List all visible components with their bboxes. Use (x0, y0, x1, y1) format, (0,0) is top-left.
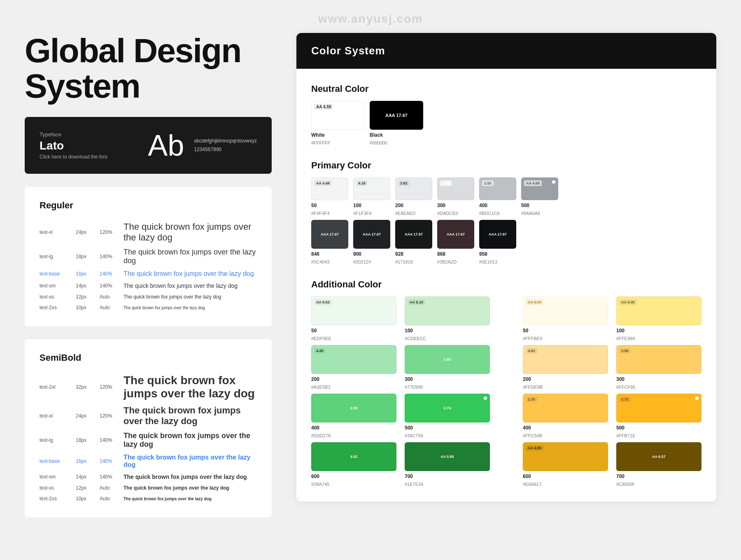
typo-row-sm: text-sm 14px 140% The quick brown fox ju… (40, 280, 257, 292)
typeface-label: Typeface (40, 131, 107, 138)
primary-300: 3.48 300 #DADCE0 (437, 177, 474, 216)
additional-color-title: Additional Color (311, 279, 701, 290)
regular-section: Reguler text-xl 24px 120% The quick brow… (25, 187, 272, 326)
typo-sb-2xl: text-2xl 32px 120% The quick brown fox j… (40, 371, 257, 403)
yellow-200: 4.63 200 #FFDE9B (523, 345, 608, 390)
regular-title: Reguler (40, 200, 257, 211)
yellow-column-2: AA 5.45 100 #FFE989 3.96 300 #FFCF66 (616, 296, 701, 487)
semibold-title: SemiBold (40, 352, 257, 363)
primary-928: AAA 17.67 928 #171818 (395, 220, 432, 264)
neutral-color-row: AA 4.59 White #FFFFFF AAA 17.67 Black #0… (311, 101, 701, 145)
yellow-600: AA 4.80 600 #E6A817 (523, 442, 608, 487)
yellow-50: AA 6.04 50 #FFFBE9 (523, 296, 608, 341)
color-content: Neutral Color AA 4.59 White #FFFFFF AAA … (296, 69, 716, 502)
typo-sb-xs: text-xs 12px Auto The quick brown fox ju… (40, 483, 257, 493)
typo-sb-sm: text-sm 14px 140% The quick brown fox ju… (40, 471, 257, 483)
primary-50: AA 4.49 50 #F4F4F4 (311, 177, 348, 216)
typeface-card: Typeface Lato Click here to download the… (25, 117, 272, 174)
left-panel: Global DesignSystem Typeface Lato Click … (25, 33, 272, 517)
primary-868: AAA 17.67 868 #3B2A2D (437, 220, 474, 264)
primary-400: 2.53 400 #BDC1C6 (479, 177, 516, 216)
additional-color-grid: AA 5.53 50 #EDF9EE 4.45 200 #A2E5B3 (311, 296, 701, 487)
semibold-section: SemiBold text-2xl 32px 120% The quick br… (25, 339, 272, 517)
typeface-ab: Ab (148, 128, 184, 162)
primary-100: 4.18 100 #F1F3F4 (353, 177, 390, 216)
neutral-color-title: Neutral Color (311, 84, 701, 94)
typo-row-lg: text-lg 18px 140% The quick brown fox ju… (40, 245, 257, 268)
main-title: Global DesignSystem (25, 33, 272, 104)
color-system-header: Color System (296, 33, 716, 69)
yellow-500: 3.75 500 #FFB71E (616, 394, 701, 438)
white-swatch-box: AA 4.59 (311, 101, 365, 130)
swatch-black: AAA 17.67 Black #000000 (370, 101, 423, 145)
green-700: AA 5.85 700 #1E7E34 (405, 442, 490, 487)
primary-958: AAA 17.67 958 #0E1013 (479, 220, 516, 264)
primary-846: AAA 17.67 846 #3C4043 (311, 220, 348, 264)
typo-row-base: text-base 16px 140% The quick brown fox … (40, 268, 257, 280)
typo-sb-2xs: text-2xs 10px Auto The quick brown fox j… (40, 493, 257, 504)
yellow-300: 3.96 300 #FFCF66 (616, 345, 701, 390)
green-400: 2.09 400 #5DD27A (311, 394, 396, 438)
yellow-700: AA 6.57 700 #C8930F (616, 442, 701, 487)
green-50: AA 5.53 50 #EDF9EE (311, 296, 396, 341)
green-100: AA 5.10 100 #CDEECC (405, 296, 490, 341)
typo-row-xs: text-xs 12px Auto The quick brown fox ju… (40, 292, 257, 302)
primary-color-title: Primary Color (311, 160, 701, 171)
additional-color-section: Additional Color AA 5.53 50 #EDF9EE 4.45 (311, 279, 701, 487)
green-column: AA 5.53 50 #EDF9EE 4.45 200 #A2E5B3 (311, 296, 396, 487)
typeface-info: Typeface Lato Click here to download the… (40, 131, 107, 160)
primary-top-row: AA 4.49 50 #F4F4F4 4.18 100 #F1F3F4 3.82 (311, 177, 701, 216)
right-panel: Color System Neutral Color AA 4.59 White… (296, 33, 716, 502)
green-600: 4.02 600 #28A745 (311, 442, 396, 487)
color-system-title: Color System (311, 44, 701, 57)
primary-500: AA 4.69 500 #9AA0A6 (521, 177, 558, 216)
yellow-400: 3.78 400 #FFC54B (523, 394, 608, 438)
yellow-100: AA 5.45 100 #FFE989 (616, 296, 701, 341)
green-500: 2.74 500 #34C759 (405, 394, 490, 438)
typo-sb-xl: text-xl 24px 120% The quick brown fox ju… (40, 403, 257, 429)
typeface-preview: Ab abcdefghijklmnopqrstuvwxyz 1234567890 (148, 128, 257, 162)
typo-row-2xs: text-2xs 10px Auto The quick brown fox j… (40, 302, 257, 313)
black-swatch-box: AAA 17.67 (370, 101, 423, 130)
typo-row-xl: text-xl 24px 120% The quick brown fox ju… (40, 219, 257, 245)
primary-200: 3.82 200 #E8EAED (395, 177, 432, 216)
primary-bottom-row: AAA 17.67 846 #3C4043 AAA 17.67 900 #202… (311, 220, 701, 264)
typeface-download[interactable]: Click here to download the font (40, 154, 107, 160)
primary-900: AAA 17.67 900 #202124 (353, 220, 390, 264)
yellow-column: AA 6.04 50 #FFFBE9 4.63 200 #FFDE9B (523, 296, 608, 487)
swatch-white: AA 4.59 White #FFFFFF (311, 101, 365, 145)
typeface-name: Lato (40, 139, 107, 152)
typeface-chars: abcdefghijklmnopqrstuvwxyz 1234567890 (194, 137, 257, 154)
typo-sb-base: text-base 16px 140% The quick brown fox … (40, 451, 257, 471)
typo-sb-lg: text-lg 18px 140% The quick brown fox ju… (40, 429, 257, 451)
green-column-2: AA 5.10 100 #CDEECC 1.60 300 #77D990 (405, 296, 490, 487)
green-200: 4.45 200 #A2E5B3 (311, 345, 396, 390)
column-spacer (498, 296, 515, 487)
primary-color-section: Primary Color AA 4.49 50 #F4F4F4 4.18 10… (311, 160, 701, 264)
green-300: 1.60 300 #77D990 (405, 345, 490, 390)
neutral-color-section: Neutral Color AA 4.59 White #FFFFFF AAA … (311, 84, 701, 145)
watermark: www.anyusj.com (318, 12, 423, 26)
